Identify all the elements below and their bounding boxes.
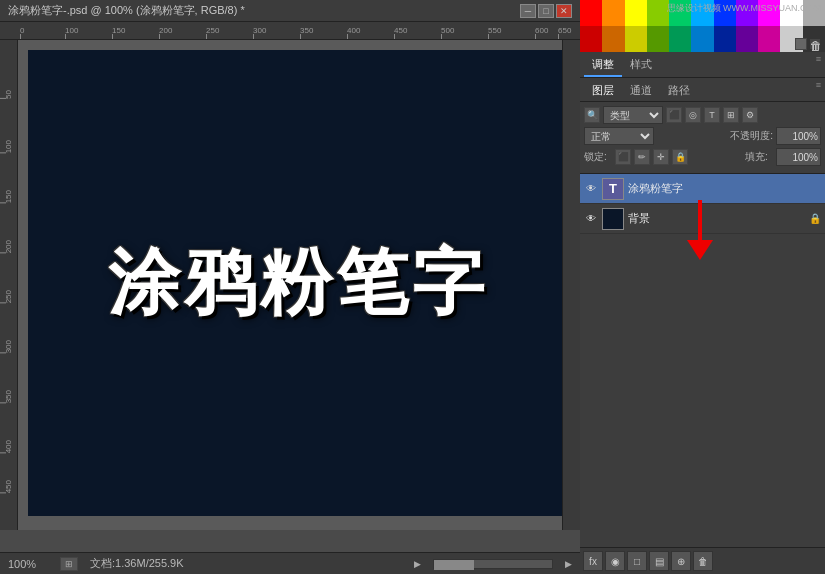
ruler-mark: 250	[0, 290, 18, 303]
lock-position-icon[interactable]: ✛	[653, 149, 669, 165]
kind-filter-3[interactable]: T	[704, 107, 720, 123]
color-swatch[interactable]	[602, 26, 624, 52]
color-swatch[interactable]	[736, 26, 758, 52]
color-palette: 思缘设计视频 WWW.MISSYUAN.COM	[580, 0, 825, 52]
layer-item[interactable]: 👁 背景 🔒	[580, 204, 825, 234]
scrollbar-thumb[interactable]	[434, 560, 474, 570]
ruler-mark: 600	[535, 22, 548, 40]
tab-paths[interactable]: 路径	[660, 80, 698, 101]
ruler-mark: 200	[159, 22, 172, 40]
ruler-mark: 450	[0, 480, 18, 493]
layer-thumbnail	[602, 208, 624, 230]
canvas-main-text: 涂鸦粉笔字	[108, 235, 488, 331]
horizontal-scrollbar[interactable]	[433, 559, 553, 569]
layer-list: 👁 T 涂鸦粉笔字 👁 背景 🔒	[580, 174, 825, 547]
new-layer-button[interactable]: ⊕	[671, 551, 691, 571]
opacity-input[interactable]	[776, 127, 821, 145]
minimize-button[interactable]: ─	[520, 4, 536, 18]
ruler-mark: 50	[0, 90, 18, 99]
tab-layers[interactable]: 图层	[584, 80, 622, 101]
ruler-mark: 100	[0, 140, 18, 153]
kind-select[interactable]: 类型	[603, 106, 663, 124]
panel-tabs: 调整 样式 ≡	[580, 52, 825, 78]
new-group-button[interactable]: □	[627, 551, 647, 571]
close-button[interactable]: ✕	[556, 4, 572, 18]
adjustment-button[interactable]: ◉	[605, 551, 625, 571]
palette-row-2	[580, 26, 825, 52]
layer-lock-icon: 🔒	[809, 213, 821, 224]
layer-visibility-icon[interactable]: 👁	[584, 212, 598, 226]
ruler-mark: 400	[347, 22, 360, 40]
ruler-mark: 350	[0, 390, 18, 403]
panel-bottom-toolbar: fx ◉ □ ▤ ⊕ 🗑	[580, 547, 825, 574]
ruler-mark: 100	[65, 22, 78, 40]
mask-button[interactable]: ▤	[649, 551, 669, 571]
canvas-document[interactable]: 涂鸦粉笔字	[28, 50, 568, 516]
canvas-area[interactable]: 涂鸦粉笔字	[18, 40, 580, 530]
document-info: 文档:1.36M/255.9K	[90, 556, 402, 571]
blend-mode-select[interactable]: 正常	[584, 127, 654, 145]
ruler-mark: 650	[558, 22, 571, 40]
play-button[interactable]: ▶	[414, 559, 421, 569]
window-controls: ─ □ ✕	[520, 4, 572, 18]
ruler-mark: 150	[0, 190, 18, 203]
color-swatch[interactable]	[758, 26, 780, 52]
ruler-mark: 400	[0, 440, 18, 453]
blend-row: 正常 不透明度:	[584, 127, 821, 145]
lock-transparent-icon[interactable]: ⬛	[615, 149, 631, 165]
ruler-mark: 150	[112, 22, 125, 40]
zoom-mode-icon[interactable]: ⊞	[60, 557, 78, 571]
ruler-mark: 300	[253, 22, 266, 40]
kind-row: 🔍 类型 ⬛ ◎ T ⊞ ⚙	[584, 106, 821, 124]
color-swatch[interactable]	[647, 26, 669, 52]
lock-paint-icon[interactable]: ✏	[634, 149, 650, 165]
lock-label: 锁定:	[584, 150, 612, 164]
kind-filter-4[interactable]: ⊞	[723, 107, 739, 123]
color-swatch[interactable]	[625, 0, 647, 26]
right-panel: 思缘设计视频 WWW.MISSYUAN.COM	[580, 0, 825, 574]
scroll-right-arrow[interactable]: ▶	[565, 559, 572, 569]
status-bar: 100% ⊞ 文档:1.36M/255.9K ▶ ▶	[0, 552, 580, 574]
lock-row: 锁定: ⬛ ✏ ✛ 🔒 填充:	[584, 148, 821, 166]
layer-thumb-text: T	[609, 181, 617, 196]
kind-filter-2[interactable]: ◎	[685, 107, 701, 123]
color-swatch[interactable]	[714, 26, 736, 52]
tab-adjust[interactable]: 调整	[584, 54, 622, 77]
sub-menu-icon[interactable]: ≡	[816, 80, 821, 101]
tab-channels[interactable]: 通道	[622, 80, 660, 101]
palette-label: 思缘设计视频 WWW.MISSYUAN.COM	[667, 2, 822, 15]
layer-name: 背景	[628, 211, 805, 226]
ruler-mark: 350	[300, 22, 313, 40]
palette-icons: 🗑	[795, 38, 821, 50]
layer-thumbnail: T	[602, 178, 624, 200]
layer-name: 涂鸦粉笔字	[628, 181, 821, 196]
color-swatch[interactable]	[580, 26, 602, 52]
color-swatch[interactable]	[580, 0, 602, 26]
ruler-mark: 0	[20, 22, 24, 40]
ruler-mark: 550	[488, 22, 501, 40]
window-title: 涂鸦粉笔字-.psd @ 100% (涂鸦粉笔字, RGB/8) *	[8, 3, 245, 18]
ruler-mark: 500	[441, 22, 454, 40]
layer-controls: 🔍 类型 ⬛ ◎ T ⊞ ⚙ 正常 不透明度: 锁定: ⬛ ✏ ✛ 🔒	[580, 102, 825, 174]
zoom-level: 100%	[8, 558, 48, 570]
kind-filter-1[interactable]: ⬛	[666, 107, 682, 123]
restore-button[interactable]: □	[538, 4, 554, 18]
layer-item[interactable]: 👁 T 涂鸦粉笔字	[580, 174, 825, 204]
panel-menu-icon[interactable]: ≡	[816, 54, 821, 77]
ruler-mark: 250	[206, 22, 219, 40]
color-swatch[interactable]	[625, 26, 647, 52]
palette-trash-icon[interactable]: 🗑	[809, 38, 821, 50]
search-icon[interactable]: 🔍	[584, 107, 600, 123]
kind-filter-5[interactable]: ⚙	[742, 107, 758, 123]
tab-style[interactable]: 样式	[622, 54, 660, 77]
delete-layer-button[interactable]: 🗑	[693, 551, 713, 571]
fill-input[interactable]	[776, 148, 821, 166]
palette-icon[interactable]	[795, 38, 807, 50]
color-swatch[interactable]	[669, 26, 691, 52]
color-swatch[interactable]	[602, 0, 624, 26]
lock-all-icon[interactable]: 🔒	[672, 149, 688, 165]
fx-button[interactable]: fx	[583, 551, 603, 571]
vertical-scrollbar[interactable]	[562, 40, 580, 530]
layer-visibility-icon[interactable]: 👁	[584, 182, 598, 196]
color-swatch[interactable]	[691, 26, 713, 52]
